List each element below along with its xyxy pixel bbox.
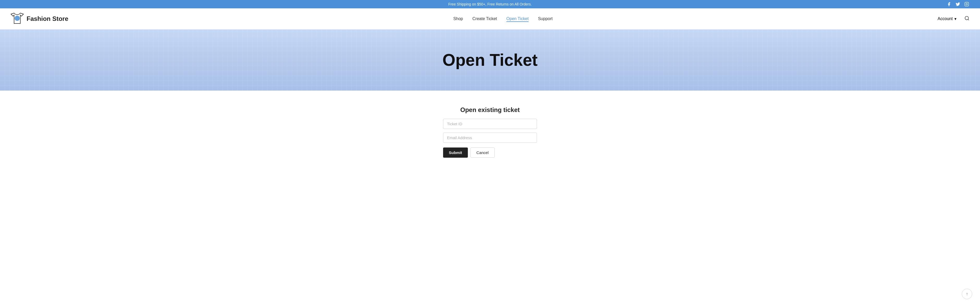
svg-point-3 bbox=[965, 16, 969, 19]
nav-account[interactable]: Account ▼ bbox=[937, 16, 957, 21]
main-nav: Shop Create Ticket Open Ticket Support bbox=[453, 16, 552, 21]
hero-banner: Open Ticket bbox=[0, 29, 980, 91]
ticket-id-input[interactable] bbox=[443, 119, 537, 129]
account-label: Account bbox=[937, 16, 953, 21]
svg-rect-0 bbox=[965, 2, 969, 6]
instagram-icon[interactable] bbox=[964, 1, 970, 7]
announcement-bar: Free Shipping on $50+, Free Returns on A… bbox=[0, 0, 980, 8]
logo-icon bbox=[10, 12, 24, 26]
social-icons-group bbox=[946, 1, 970, 7]
facebook-icon[interactable] bbox=[946, 1, 952, 7]
chevron-down-icon: ▼ bbox=[954, 17, 957, 21]
main-content: Open existing ticket Submit Cancel bbox=[0, 91, 980, 179]
scroll-top-icon: ↑ bbox=[966, 292, 968, 296]
logo-text: Fashion Store bbox=[27, 15, 68, 22]
scroll-top-button[interactable]: ↑ bbox=[962, 289, 972, 299]
header: Fashion Store Shop Create Ticket Open Ti… bbox=[0, 8, 980, 29]
svg-point-2 bbox=[14, 16, 20, 21]
email-input[interactable] bbox=[443, 133, 537, 143]
form-section-title: Open existing ticket bbox=[460, 106, 520, 114]
nav-shop[interactable]: Shop bbox=[453, 16, 463, 21]
search-button[interactable] bbox=[964, 16, 970, 22]
open-ticket-form: Submit Cancel bbox=[443, 119, 537, 158]
twitter-icon[interactable] bbox=[955, 1, 961, 7]
submit-button[interactable]: Submit bbox=[443, 147, 468, 158]
logo[interactable]: Fashion Store bbox=[10, 12, 68, 26]
nav-open-ticket[interactable]: Open Ticket bbox=[506, 16, 528, 22]
search-icon bbox=[964, 16, 970, 21]
nav-create-ticket[interactable]: Create Ticket bbox=[473, 16, 497, 21]
nav-support[interactable]: Support bbox=[538, 16, 552, 21]
form-buttons: Submit Cancel bbox=[443, 147, 537, 158]
nav-right: Account ▼ bbox=[937, 16, 970, 22]
announcement-text: Free Shipping on $50+, Free Returns on A… bbox=[448, 2, 532, 6]
hero-title: Open Ticket bbox=[5, 50, 975, 70]
svg-line-4 bbox=[968, 19, 969, 20]
cancel-button[interactable]: Cancel bbox=[471, 147, 495, 158]
